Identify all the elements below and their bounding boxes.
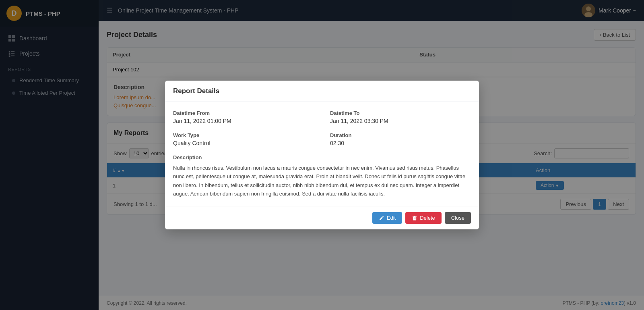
edit-icon (379, 215, 384, 221)
work-type-field: Work Type Quality Control (173, 132, 314, 146)
trash-icon (412, 215, 417, 221)
delete-button[interactable]: Delete (405, 212, 442, 224)
modal-overlay[interactable]: Report Details Datetime From Jan 11, 202… (0, 0, 644, 310)
modal-title: Report Details (173, 87, 219, 95)
duration-label: Duration (330, 132, 471, 138)
modal-body: Datetime From Jan 11, 2022 01:00 PM Date… (165, 102, 479, 206)
edit-button[interactable]: Edit (372, 212, 402, 224)
modal-worktype-row: Work Type Quality Control Duration 02:30 (173, 132, 471, 146)
work-type-label: Work Type (173, 132, 314, 138)
datetime-from-label: Datetime From (173, 110, 314, 116)
modal-description-text: Nulla in rhoncus risus. Vestibulum non l… (173, 164, 471, 198)
duration-field: Duration 02:30 (330, 132, 471, 146)
close-modal-button[interactable]: Close (445, 212, 471, 224)
description-section: Description Nulla in rhoncus risus. Vest… (173, 154, 471, 198)
datetime-to-value: Jan 11, 2022 03:30 PM (330, 118, 471, 124)
datetime-to-label: Datetime To (330, 110, 471, 116)
duration-value: 02:30 (330, 140, 471, 146)
modal-description-label: Description (173, 154, 471, 160)
modal-datetime-row: Datetime From Jan 11, 2022 01:00 PM Date… (173, 110, 471, 124)
datetime-from-value: Jan 11, 2022 01:00 PM (173, 118, 314, 124)
datetime-from-field: Datetime From Jan 11, 2022 01:00 PM (173, 110, 314, 124)
report-details-modal: Report Details Datetime From Jan 11, 202… (165, 81, 479, 230)
datetime-to-field: Datetime To Jan 11, 2022 03:30 PM (330, 110, 471, 124)
modal-footer: Edit Delete Close (165, 206, 479, 229)
work-type-value: Quality Control (173, 140, 314, 146)
modal-header: Report Details (165, 81, 479, 102)
